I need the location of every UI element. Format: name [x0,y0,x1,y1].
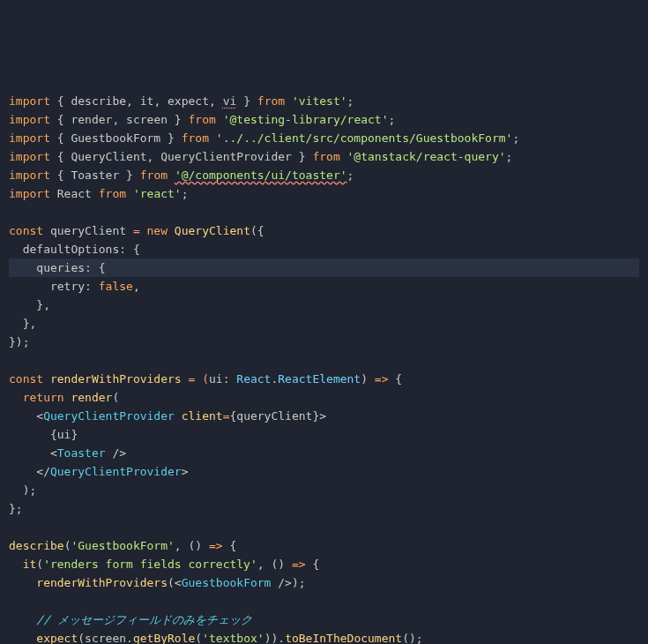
code-line: const renderWithProviders = (ui: React.R… [9,370,639,388]
keyword: import [9,94,50,108]
comment: // メッセージフィールドのみをチェック [36,613,251,626]
code-line [9,203,639,221]
code-editor[interactable]: import { describe, it, expect, vi } from… [9,92,639,644]
error-method: toBeInTheDocument [285,632,402,644]
code-line [9,351,639,370]
code-line: import { GuestbookForm } from '../../cli… [9,129,639,147]
code-line: }); [9,333,639,351]
code-line: return render( [9,388,639,407]
error-string: '@/components/ui/toaster' [175,168,347,182]
unused-identifier: vi [223,94,237,108]
code-line: }, [9,314,639,333]
code-line: <Toaster /> [9,444,639,462]
code-line: {ui} [9,425,639,444]
code-line: defaultOptions: { [9,240,639,258]
code-line: import { Toaster } from '@/components/ui… [9,166,639,184]
code-line: // メッセージフィールドのみをチェック [9,610,639,629]
code-line: </QueryClientProvider> [9,462,639,481]
code-line [9,592,639,610]
code-line: const queryClient = new QueryClient({ [9,221,639,240]
code-line: }; [9,499,639,518]
code-line: retry: false, [9,277,639,296]
code-line [9,518,639,536]
code-line: import { describe, it, expect, vi } from… [9,92,639,110]
code-line: import { QueryClient, QueryClientProvide… [9,147,639,166]
code-line: it('renders form fields correctly', () =… [9,555,639,573]
code-line-active: queries: { [9,258,639,277]
code-line: expect(screen.getByRole('textbox')).toBe… [9,629,639,644]
code-line: ); [9,481,639,499]
code-line: }, [9,296,639,314]
code-line: renderWithProviders(<GuestbookForm />); [9,573,639,592]
code-line: import React from 'react'; [9,184,639,203]
code-line: describe('GuestbookForm', () => { [9,536,639,555]
code-line: import { render, screen } from '@testing… [9,110,639,129]
code-line: <QueryClientProvider client={queryClient… [9,407,639,425]
